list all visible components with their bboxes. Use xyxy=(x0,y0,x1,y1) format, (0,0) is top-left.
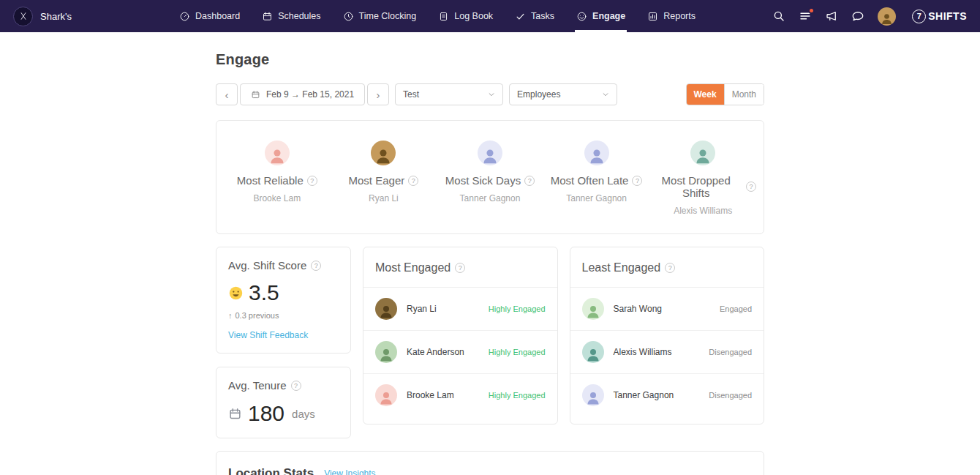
employee-row[interactable]: Brooke Lam Highly Engaged xyxy=(363,374,557,416)
chat-icon[interactable] xyxy=(851,10,864,23)
card-title: Avg. Shift Score xyxy=(228,259,339,272)
shift-score-value: 3.5 xyxy=(249,280,279,305)
up-arrow-icon: ↑ xyxy=(228,311,233,320)
view-shift-feedback-link[interactable]: View Shift Feedback xyxy=(228,330,308,340)
help-icon[interactable] xyxy=(307,176,317,186)
avatar xyxy=(375,384,397,406)
calendar-icon xyxy=(228,407,242,421)
card-title: Avg. Tenure xyxy=(228,379,339,392)
avg-shift-score-card: Avg. Shift Score 3.5 ↑ 0.3 previous View… xyxy=(216,247,351,354)
leader-label: Most Often Late xyxy=(551,174,643,187)
group-filter-select[interactable]: Employees xyxy=(509,83,617,105)
help-icon[interactable] xyxy=(746,182,756,192)
month-toggle-button[interactable]: Month xyxy=(724,84,764,105)
nav-item-schedules[interactable]: Schedules xyxy=(260,0,322,32)
avatar xyxy=(582,298,604,320)
nav-item-dashboard[interactable]: Dashboard xyxy=(178,0,241,32)
most-engaged-card: Most Engaged Ryan Li Highly Engaged Kate… xyxy=(363,247,558,424)
leader-most-reliable: Most Reliable Brooke Lam xyxy=(224,141,331,216)
search-icon[interactable] xyxy=(772,10,785,23)
help-icon[interactable] xyxy=(665,263,675,273)
bar-chart-icon xyxy=(647,11,658,22)
top-nav: Shark's Dashboard Schedules Time Clockin… xyxy=(0,0,980,32)
avatar xyxy=(584,141,609,165)
leader-name: Tanner Gagnon xyxy=(460,193,521,203)
card-title: Most Engaged xyxy=(363,247,557,288)
leader-name: Ryan Li xyxy=(369,193,399,203)
help-icon[interactable] xyxy=(311,261,321,271)
chevron-down-icon xyxy=(602,91,609,98)
engage-page: Engage ‹ Feb 9 → Feb 15, 2021 › Test Emp… xyxy=(216,32,764,475)
employee-row[interactable]: Tanner Gagnon Disengaged xyxy=(570,374,764,416)
avatar xyxy=(690,141,715,165)
view-insights-link[interactable]: View Insights xyxy=(324,468,375,475)
view-filter-select[interactable]: Test xyxy=(395,83,503,105)
leader-most-often-late: Most Often Late Tanner Gagnon xyxy=(543,141,650,216)
leader-label: Most Reliable xyxy=(237,174,317,187)
leader-label-text: Most Dropped Shifts xyxy=(649,174,742,199)
nav-label: Schedules xyxy=(278,11,320,21)
avatar xyxy=(582,384,604,406)
employee-row[interactable]: Sarah Wong Engaged xyxy=(570,288,764,331)
nav-item-reports[interactable]: Reports xyxy=(646,0,697,32)
leader-name: Tanner Gagnon xyxy=(566,193,627,203)
clock-icon xyxy=(343,11,354,22)
leader-most-sick-days: Most Sick Days Tanner Gagnon xyxy=(437,141,543,216)
app-name: SHIFTS xyxy=(928,10,967,22)
location-stats-card: Location Stats View Insights Lates 3 No … xyxy=(216,451,764,475)
nav-item-engage[interactable]: Engage xyxy=(575,0,627,32)
employee-row[interactable]: Alexis Williams Disengaged xyxy=(570,331,764,374)
employee-row[interactable]: Ryan Li Highly Engaged xyxy=(363,288,557,331)
delta-text: 0.3 previous xyxy=(235,311,279,320)
avatar xyxy=(478,141,502,165)
help-icon[interactable] xyxy=(524,176,535,186)
notifications-icon[interactable] xyxy=(799,10,812,23)
announcements-icon[interactable] xyxy=(825,10,838,23)
group-filter-value: Employees xyxy=(517,89,560,100)
nav-item-log-book[interactable]: Log Book xyxy=(437,0,494,32)
controls-bar: ‹ Feb 9 → Feb 15, 2021 › Test Employees … xyxy=(216,83,764,105)
app-logo: 7 SHIFTS xyxy=(912,10,967,23)
tenure-value: 180 xyxy=(248,401,284,426)
checkmark-icon xyxy=(515,11,526,22)
location-stats-header: Location Stats View Insights xyxy=(228,466,752,475)
week-toggle-button[interactable]: Week xyxy=(687,84,724,105)
company-area: Shark's xyxy=(13,0,178,32)
main-nav: Dashboard Schedules Time Clocking Log Bo… xyxy=(178,0,697,32)
nav-item-time-clocking[interactable]: Time Clocking xyxy=(342,0,418,32)
week-month-toggle: Week Month xyxy=(686,83,765,105)
prev-week-button[interactable]: ‹ xyxy=(216,83,238,105)
card-title-text: Avg. Tenure xyxy=(228,379,287,392)
leaders-card: Most Reliable Brooke Lam Most Eager Ryan… xyxy=(216,120,764,234)
company-logo[interactable] xyxy=(13,7,33,26)
help-icon[interactable] xyxy=(632,176,642,186)
leader-label: Most Dropped Shifts xyxy=(649,174,756,199)
help-icon[interactable] xyxy=(291,381,301,391)
help-icon[interactable] xyxy=(408,176,418,186)
card-title-text: Most Engaged xyxy=(375,261,451,274)
employee-row[interactable]: Kate Anderson Highly Engaged xyxy=(363,331,557,374)
company-name: Shark's xyxy=(40,11,72,22)
avatar xyxy=(582,341,604,363)
smiley-icon xyxy=(576,11,587,22)
view-filter-value: Test xyxy=(403,89,419,100)
tenure-value-row: 180 days xyxy=(228,401,339,426)
shift-score-delta: ↑ 0.3 previous xyxy=(228,311,339,320)
card-title-text: Avg. Shift Score xyxy=(228,259,306,272)
employee-name: Brooke Lam xyxy=(407,390,454,400)
avatar xyxy=(265,141,290,165)
employee-name: Alexis Williams xyxy=(614,347,672,357)
engagement-status: Disengaged xyxy=(709,348,752,356)
user-avatar[interactable] xyxy=(878,7,896,26)
date-range-picker[interactable]: Feb 9 → Feb 15, 2021 xyxy=(240,83,365,105)
employee-name: Kate Anderson xyxy=(407,347,464,357)
avatar xyxy=(375,298,397,320)
chevron-right-icon: › xyxy=(377,89,380,101)
next-week-button[interactable]: › xyxy=(367,83,389,105)
nav-item-tasks[interactable]: Tasks xyxy=(513,0,556,32)
help-icon[interactable] xyxy=(455,263,465,273)
card-title-text: Least Engaged xyxy=(582,261,661,274)
nav-label: Log Book xyxy=(454,11,493,21)
card-title-text: Location Stats xyxy=(228,466,314,475)
engagement-status: Highly Engaged xyxy=(489,391,546,400)
